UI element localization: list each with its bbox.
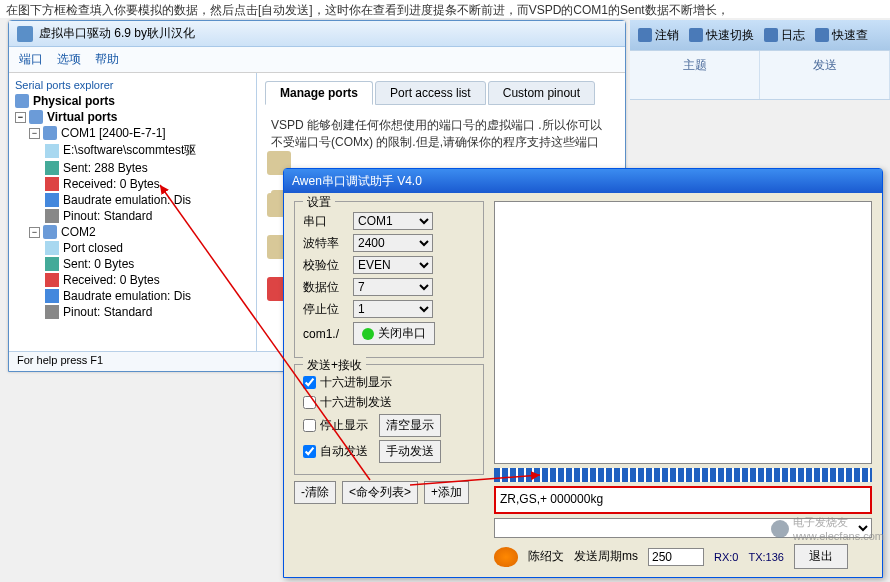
col-topic[interactable]: 主题 <box>630 51 760 99</box>
tab-port-access[interactable]: Port access list <box>375 81 486 105</box>
databits-label: 数据位 <box>303 279 347 296</box>
close-port-button[interactable]: 关闭串口 <box>353 322 435 345</box>
send-input[interactable]: ZR,GS,+ 000000kg <box>494 486 872 514</box>
vspd-menu: 端口 选项 帮助 <box>9 47 625 73</box>
author-label: 陈绍文 <box>528 548 564 565</box>
awen-titlebar[interactable]: Awen串口调试助手 V4.0 <box>284 169 882 193</box>
period-label: 发送周期ms <box>574 548 638 565</box>
baud-select[interactable]: 2400 <box>353 234 433 252</box>
switch-label: 快速切换 <box>706 27 754 44</box>
tree-com2-closed[interactable]: Port closed <box>13 240 252 256</box>
port-tree[interactable]: Physical ports −Virtual ports −COM1 [240… <box>13 93 252 320</box>
bottom-status-row: 陈绍文 发送周期ms RX:0 TX:136 退出 <box>494 544 872 569</box>
hex-send-label: 十六进制发送 <box>320 394 392 411</box>
baud-icon <box>45 193 59 207</box>
ports-icon <box>15 94 29 108</box>
port-select[interactable]: COM1 <box>353 212 433 230</box>
tree-com2[interactable]: −COM2 <box>13 224 252 240</box>
databits-select[interactable]: 7 <box>353 278 433 296</box>
expander-icon[interactable]: − <box>15 112 26 123</box>
baud-icon <box>45 289 59 303</box>
menu-help[interactable]: 帮助 <box>95 51 119 68</box>
receive-textarea[interactable] <box>494 201 872 464</box>
tree-title: Serial ports explorer <box>13 77 252 93</box>
watermark-brand: 电子发烧友 <box>793 516 848 528</box>
hex-display-checkbox[interactable] <box>303 376 316 389</box>
tree-virtual-ports[interactable]: −Virtual ports <box>13 109 252 125</box>
parity-label: 校验位 <box>303 257 347 274</box>
menu-port[interactable]: 端口 <box>19 51 43 68</box>
logout-label: 注销 <box>655 27 679 44</box>
log-icon <box>764 28 778 42</box>
exit-button[interactable]: 退出 <box>794 544 848 569</box>
tree-com1-recv[interactable]: Received: 0 Bytes <box>13 176 252 192</box>
logout-icon <box>638 28 652 42</box>
tree-com1-baud[interactable]: Baudrate emulation: Dis <box>13 192 252 208</box>
cmd-list-button[interactable]: <命令列表> <box>342 481 418 504</box>
tab-manage-ports[interactable]: Manage ports <box>265 81 373 105</box>
settings-group: 设置 串口COM1 波特率2400 校验位EVEN 数据位7 停止位1 com1… <box>294 201 484 358</box>
vspd-app-icon <box>17 26 33 42</box>
txrx-group: 发送+接收 十六进制显示 十六进制发送 停止显示 清空显示 自动发送 手动发送 <box>294 364 484 475</box>
hex-display-label: 十六进制显示 <box>320 374 392 391</box>
vspd-description: VSPD 能够创建任何你想使用的端口号的虚拟端口 .所以你可以不受端口号(COM… <box>265 111 617 174</box>
logout-button[interactable]: 注销 <box>638 27 679 44</box>
doc-icon <box>45 144 59 158</box>
menu-options[interactable]: 选项 <box>57 51 81 68</box>
watermark-logo-icon <box>771 520 789 538</box>
progress-bar <box>494 468 872 482</box>
settings-legend: 设置 <box>303 194 335 211</box>
arrow-left-icon <box>45 273 59 287</box>
log-button[interactable]: 日志 <box>764 27 805 44</box>
arrow-right-icon <box>45 161 59 175</box>
auto-send-checkbox[interactable] <box>303 445 316 458</box>
watermark-url: www.elecfans.com <box>793 530 884 542</box>
stopbits-select[interactable]: 1 <box>353 300 433 318</box>
hex-send-checkbox[interactable] <box>303 396 316 409</box>
auto-send-label: 自动发送 <box>320 443 368 460</box>
tree-com2-pinout[interactable]: Pinout: Standard <box>13 304 252 320</box>
tree-com1[interactable]: −COM1 [2400-E-7-1] <box>13 125 252 141</box>
col-send[interactable]: 发送 <box>760 51 890 99</box>
status-dot-icon <box>362 328 374 340</box>
pin-icon <box>45 209 59 223</box>
pin-icon <box>45 305 59 319</box>
baud-label: 波特率 <box>303 235 347 252</box>
pumpkin-icon <box>494 547 518 567</box>
fast-switch-button[interactable]: 快速切换 <box>689 27 754 44</box>
tree-com1-pinout[interactable]: Pinout: Standard <box>13 208 252 224</box>
tab-custom-pinout[interactable]: Custom pinout <box>488 81 595 105</box>
parity-select[interactable]: EVEN <box>353 256 433 274</box>
tree-panel: Serial ports explorer Physical ports −Vi… <box>9 73 257 353</box>
tree-com1-path[interactable]: E:\software\scommtest驱 <box>13 141 252 160</box>
tx-stat: TX:136 <box>748 551 783 563</box>
top-truncated-text: 在图下方框检查填入你要模拟的数据，然后点击[自动发送]，这时你在查看到进度提条不… <box>0 0 890 18</box>
doc-icon <box>45 241 59 255</box>
manual-send-button[interactable]: 手动发送 <box>379 440 441 463</box>
quick-button[interactable]: 快速查 <box>815 27 868 44</box>
rx-stat: RX:0 <box>714 551 738 563</box>
add-button[interactable]: +添加 <box>424 481 469 504</box>
period-input[interactable] <box>648 548 704 566</box>
stop-display-checkbox[interactable] <box>303 419 316 432</box>
tree-com2-baud[interactable]: Baudrate emulation: Dis <box>13 288 252 304</box>
vspd-title-text: 虚拟串口驱动 6.9 by耿川汉化 <box>39 25 195 42</box>
clear-button[interactable]: -清除 <box>294 481 336 504</box>
txrx-legend: 发送+接收 <box>303 357 366 374</box>
expander-icon[interactable]: − <box>29 128 40 139</box>
expander-icon[interactable]: − <box>29 227 40 238</box>
port-icon <box>43 225 57 239</box>
clear-display-button[interactable]: 清空显示 <box>379 414 441 437</box>
tree-physical-ports[interactable]: Physical ports <box>13 93 252 109</box>
quick-icon <box>815 28 829 42</box>
comfile-label: com1./ <box>303 327 347 341</box>
stopbits-label: 停止位 <box>303 301 347 318</box>
tree-com1-sent[interactable]: Sent: 288 Bytes <box>13 160 252 176</box>
quick-label: 快速查 <box>832 27 868 44</box>
switch-icon <box>689 28 703 42</box>
vspd-tabs: Manage ports Port access list Custom pin… <box>265 81 617 105</box>
tree-com2-sent[interactable]: Sent: 0 Bytes <box>13 256 252 272</box>
tree-com2-recv[interactable]: Received: 0 Bytes <box>13 272 252 288</box>
list-header: 主题 发送 <box>630 50 890 100</box>
vspd-titlebar[interactable]: 虚拟串口驱动 6.9 by耿川汉化 <box>9 21 625 47</box>
